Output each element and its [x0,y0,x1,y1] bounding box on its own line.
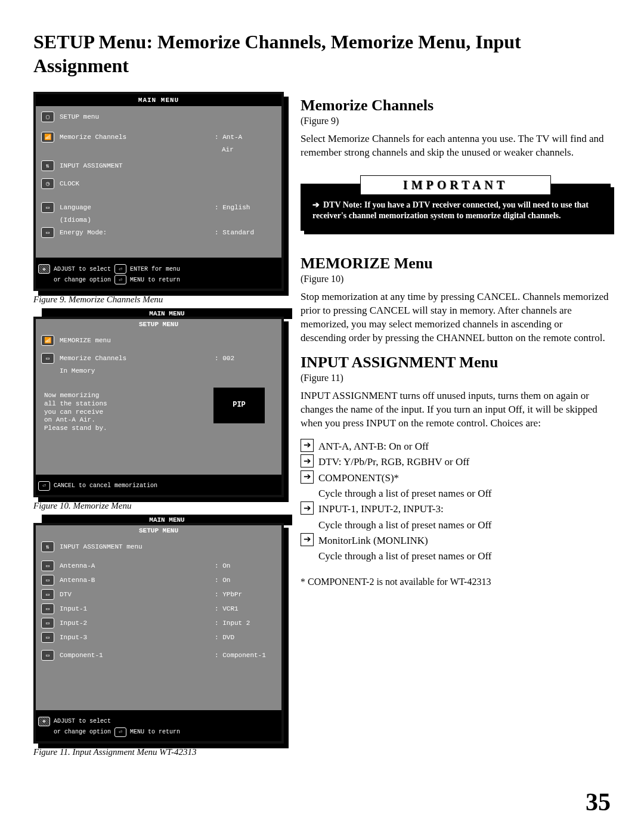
figure11-header: SETUP MENU [36,525,281,536]
important-heading: IMPORTANT [360,175,551,195]
heading-input-assignment: INPUT ASSIGNMENT Menu [301,354,611,371]
figure9-caption: Figure 9. Memorize Channels Menu [33,295,284,305]
right-column: Memorize Channels (Figure 9) Select Memo… [301,92,611,768]
arrow-box-icon: ➔ [301,470,314,484]
f9-row1-label: Memorize Channels [56,134,210,141]
para-memorize-menu: Stop memorization at any time by pressin… [301,290,611,345]
cancel-icon: ⏎ [38,481,50,491]
arrow-box-icon: ➔ [301,501,314,515]
figure10: MAIN MENU SETUP MENU 📶MEMORIZE menu ▭Mem… [33,317,284,497]
square-icon: ▭ [41,227,54,238]
dpad-icon: ✥ [38,264,50,274]
square-icon: ▭ [41,353,54,364]
square-icon: ▭ [41,589,54,600]
square-icon: ▭ [41,575,54,586]
left-column: MAIN MENU ▢SETUP menu 📶Memorize Channels… [33,92,284,768]
menu-icon: ⏎ [114,727,126,737]
page-number: 35 [586,788,611,816]
f9-row0-label: SETUP menu [56,113,210,120]
heading-memorize-channels: Memorize Channels [301,97,611,114]
square-icon: ▭ [41,618,54,628]
antenna-icon: 📶 [41,335,54,346]
updown-icon: ⇅ [41,541,54,552]
square-icon: ▭ [41,202,54,213]
page-title: SETUP Menu: Memorize Channels, Memorize … [33,30,611,78]
arrow-box-icon: ➔ [301,439,314,452]
important-box: IMPORTANT DTV Note: If you have a DTV re… [301,184,611,231]
arrow-box-icon: ➔ [301,454,314,467]
figref-11: (Figure 11) [301,373,611,383]
square-icon: ▭ [41,650,54,661]
choices-list: ➔ANT-A, ANT-B: On or Off ➔DTV: Y/Pb/Pr, … [301,439,611,565]
figref-9: (Figure 9) [301,116,611,126]
clock-icon: ◷ [41,178,54,189]
updown-icon: ⇅ [41,160,54,171]
pip-box: PIP [213,388,265,423]
heading-memorize-menu: MEMORIZE Menu [301,255,611,272]
figure11-caption: Figure 11. Input Assignment Menu WT-4231… [33,747,284,757]
para-input-assignment: INPUT ASSIGNMENT turns off unused inputs… [301,389,611,431]
square-icon: ▭ [41,603,54,614]
square-icon: ▭ [41,561,54,571]
arrow-box-icon: ➔ [301,533,314,546]
figure10-header: SETUP MENU [36,319,281,330]
enter-icon: ⏎ [114,264,126,274]
figure9: MAIN MENU ▢SETUP menu 📶Memorize Channels… [33,92,284,291]
arrow-icon [312,200,320,210]
figref-10: (Figure 10) [301,274,611,284]
figure11: MAIN MENU SETUP MENU ⇅INPUT ASSIGNMENT m… [33,523,284,744]
square-icon: ▭ [41,632,54,643]
menu-icon: ⏎ [114,275,126,284]
para-memorize-channels: Select Memorize Channels for each antenn… [301,132,611,160]
figure9-header: MAIN MENU [36,94,281,106]
figure10-caption: Figure 10. Memorize Menu [33,501,284,511]
footnote: * COMPONENT-2 is not available for WT-42… [301,577,611,587]
tv-icon: ▢ [41,112,54,122]
dpad-icon: ✥ [38,717,50,726]
antenna-icon: 📶 [41,132,54,143]
